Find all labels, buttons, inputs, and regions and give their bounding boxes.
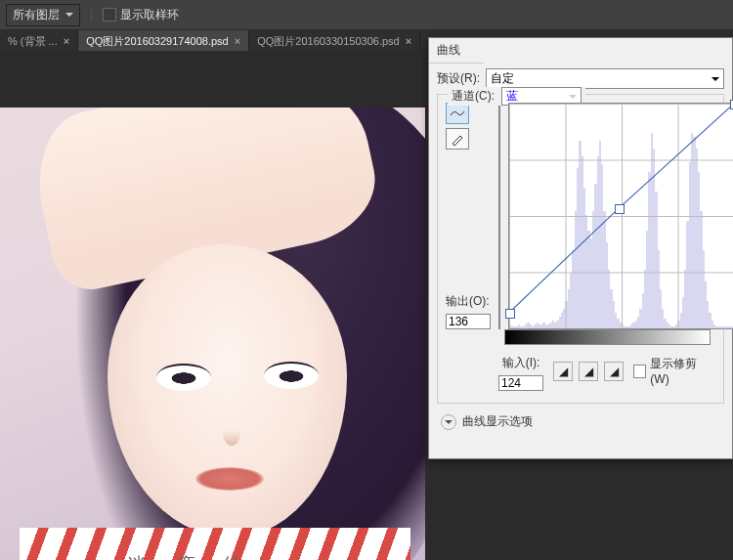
- document-canvas[interactable]: 迷 鹿 绘 Milu Painting: [0, 108, 425, 560]
- curve-line[interactable]: [509, 104, 733, 328]
- curve-handle[interactable]: [505, 309, 515, 319]
- output-label: 输出(O):: [446, 293, 490, 310]
- preset-value: 自定: [491, 70, 514, 87]
- watermark: 迷 鹿 绘 Milu Painting: [127, 552, 265, 560]
- eyedropper-gray-icon[interactable]: ◢: [579, 362, 598, 381]
- curve-handle[interactable]: [615, 204, 625, 214]
- document-tab[interactable]: QQ图片20160329174008.psd ×: [78, 30, 249, 52]
- illustration-mouth: [195, 467, 264, 491]
- close-icon[interactable]: ×: [235, 35, 240, 47]
- input-gradient-strip: [504, 329, 711, 345]
- document-tab[interactable]: % (背景 ... ×: [0, 30, 78, 52]
- checkbox-icon: [103, 8, 116, 22]
- eyedropper-black-icon[interactable]: ◢: [553, 362, 573, 381]
- show-clipping-label: 显示修剪 (W): [650, 356, 715, 386]
- panel-tab-curves[interactable]: 曲线: [429, 38, 484, 64]
- input-field[interactable]: [498, 375, 543, 391]
- output-field[interactable]: [446, 314, 491, 329]
- show-clipping-checkbox[interactable]: 显示修剪 (W): [633, 356, 715, 386]
- close-icon[interactable]: ×: [406, 35, 411, 47]
- panel-title: 曲线: [437, 43, 460, 57]
- layer-scope-dropdown[interactable]: 所有图层: [6, 4, 80, 26]
- sample-ring-checkbox[interactable]: 显示取样环: [103, 7, 179, 23]
- eyedropper-white-icon[interactable]: ◢: [604, 362, 624, 381]
- preset-select[interactable]: 自定: [486, 68, 724, 89]
- watermark-main: 迷 鹿 绘: [127, 554, 255, 560]
- chevron-down-icon: [445, 420, 453, 424]
- chevron-down-icon: [711, 77, 719, 81]
- chevron-down-icon: [569, 95, 577, 99]
- output-gradient-strip: [498, 103, 500, 329]
- chevron-down-icon: [65, 13, 73, 17]
- input-label: 输入(I):: [502, 355, 540, 371]
- tab-label: % (背景 ...: [8, 34, 58, 49]
- sample-ring-label: 显示取样环: [120, 7, 179, 23]
- expand-options-button[interactable]: [441, 414, 456, 430]
- curve-point-tool[interactable]: [446, 103, 469, 124]
- toolbar-separator: |: [90, 8, 93, 22]
- illustration-nose: [223, 420, 240, 446]
- curves-panel[interactable]: 曲线 预设(R): 自定 通道(C): 蓝: [428, 37, 733, 459]
- illustration-eye: [264, 362, 319, 389]
- wave-icon: [450, 108, 465, 119]
- illustration-eye: [156, 364, 211, 391]
- layer-scope-label: 所有图层: [13, 7, 60, 23]
- close-icon[interactable]: ×: [64, 35, 69, 47]
- display-options-label: 曲线显示选项: [462, 413, 720, 430]
- document-tab[interactable]: QQ图片20160330150306.psd ×: [249, 30, 420, 52]
- curve-draw-tool[interactable]: [446, 128, 469, 150]
- tab-label: QQ图片20160329174008.psd: [86, 34, 229, 49]
- tab-label: QQ图片20160330150306.psd: [257, 34, 400, 49]
- pencil-icon: [451, 132, 464, 146]
- preset-label: 预设(R):: [437, 70, 480, 87]
- checkbox-icon: [633, 365, 646, 378]
- curves-graph[interactable]: [508, 103, 733, 329]
